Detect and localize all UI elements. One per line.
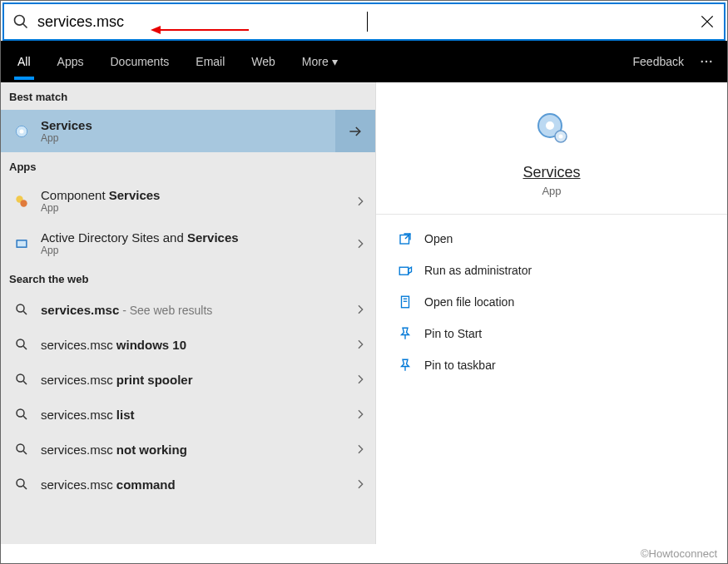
tab-web[interactable]: Web — [248, 43, 279, 80]
svg-point-24 — [17, 444, 24, 452]
action-label: Pin to taskbar — [424, 359, 496, 372]
search-input[interactable] — [29, 13, 369, 31]
action-open[interactable]: Open — [376, 223, 727, 255]
result-web[interactable]: services.msc not working — [1, 432, 375, 467]
folder-icon — [398, 294, 413, 309]
close-icon[interactable] — [699, 13, 716, 30]
action-pin-to-taskbar[interactable]: Pin to taskbar — [376, 349, 727, 381]
svg-point-10 — [20, 129, 24, 133]
svg-point-31 — [559, 135, 563, 139]
svg-point-6 — [701, 61, 703, 62]
tab-documents[interactable]: Documents — [106, 43, 172, 80]
result-best-match[interactable]: Services App — [1, 110, 335, 152]
action-open-file-location[interactable]: Open file location — [376, 286, 727, 318]
pin-start-icon — [398, 326, 413, 341]
svg-rect-15 — [17, 240, 26, 246]
svg-point-26 — [17, 479, 24, 487]
results-panel: Best match Services App Apps Component — [1, 82, 375, 544]
result-web[interactable]: services.msc list — [1, 397, 375, 432]
svg-line-17 — [23, 311, 27, 314]
section-best-match: Best match — [1, 82, 375, 110]
action-run-as-admin[interactable]: Run as administrator — [376, 255, 727, 286]
chevron-right-icon — [354, 338, 367, 351]
svg-point-18 — [17, 339, 24, 347]
result-subtitle: App — [41, 202, 354, 214]
open-arrow-button[interactable] — [335, 110, 375, 152]
result-app[interactable]: Active Directory Sites and Services App — [1, 222, 375, 265]
open-icon — [398, 231, 413, 246]
svg-line-27 — [23, 486, 27, 489]
result-web[interactable]: services.msc windows 10 — [1, 327, 375, 362]
result-title: Services — [41, 118, 327, 132]
result-title: Component Services — [41, 188, 354, 202]
search-icon — [12, 335, 31, 354]
preview-title[interactable]: Services — [376, 164, 727, 181]
result-web[interactable]: services.msc print spooler — [1, 362, 375, 397]
pin-taskbar-icon — [398, 358, 413, 373]
result-subtitle: App — [41, 132, 327, 144]
result-title: services.msc not working — [41, 443, 354, 457]
search-icon — [12, 370, 31, 388]
search-bar — [2, 2, 726, 41]
chevron-right-icon — [354, 303, 367, 316]
tab-more[interactable]: More▾ — [299, 43, 341, 80]
section-apps: Apps — [1, 152, 375, 180]
svg-line-23 — [23, 416, 27, 419]
action-pin-to-start[interactable]: Pin to Start — [376, 318, 727, 349]
result-title: services.msc print spooler — [41, 373, 354, 387]
search-icon — [12, 475, 31, 493]
search-icon — [12, 13, 29, 30]
preview-subtitle: App — [376, 185, 727, 197]
result-title: Active Directory Sites and Services — [41, 230, 354, 245]
feedback-link[interactable]: Feedback — [633, 55, 684, 68]
result-web[interactable]: services.msc command — [1, 467, 375, 502]
action-label: Open file location — [424, 295, 514, 309]
result-title: services.msc - See web results — [41, 303, 354, 317]
services-app-icon — [12, 122, 31, 141]
svg-point-29 — [546, 121, 554, 130]
chevron-down-icon: ▾ — [332, 55, 338, 68]
tab-all[interactable]: All — [14, 43, 34, 80]
svg-line-21 — [23, 381, 27, 384]
action-label: Run as administrator — [424, 264, 532, 277]
result-title: services.msc windows 10 — [41, 338, 354, 352]
svg-line-25 — [23, 451, 27, 454]
component-services-icon — [12, 192, 31, 210]
tab-email[interactable]: Email — [192, 43, 228, 80]
result-app[interactable]: Component Services App — [1, 180, 375, 222]
chevron-right-icon — [354, 237, 367, 250]
tab-apps[interactable]: Apps — [54, 43, 87, 80]
watermark: ©Howtoconnect — [641, 547, 717, 560]
section-search-web: Search the web — [1, 265, 375, 292]
preview-panel: Services App Open Run as administrator O… — [375, 82, 727, 544]
svg-point-7 — [706, 61, 707, 62]
services-large-icon — [532, 107, 572, 147]
filter-tabs: All Apps Documents Email Web More▾ Feedb… — [1, 41, 727, 82]
action-label: Open — [424, 232, 453, 245]
chevron-right-icon — [354, 477, 367, 491]
chevron-right-icon — [354, 195, 367, 208]
ad-sites-icon — [12, 235, 31, 253]
svg-point-20 — [17, 374, 24, 382]
more-options-icon[interactable] — [699, 54, 714, 69]
chevron-right-icon — [354, 373, 367, 386]
svg-point-0 — [15, 16, 25, 26]
search-icon — [12, 300, 31, 319]
svg-line-19 — [23, 346, 27, 349]
result-web[interactable]: services.msc - See web results — [1, 292, 375, 327]
result-subtitle: App — [41, 245, 354, 256]
result-title: services.msc list — [41, 408, 354, 422]
svg-line-1 — [23, 24, 27, 28]
chevron-right-icon — [354, 443, 367, 456]
svg-rect-34 — [399, 267, 409, 275]
shield-admin-icon — [398, 263, 413, 278]
search-icon — [12, 440, 31, 458]
svg-rect-35 — [402, 296, 409, 308]
svg-point-22 — [17, 409, 24, 417]
svg-point-8 — [710, 61, 711, 62]
search-icon — [12, 405, 31, 423]
svg-point-13 — [20, 200, 27, 206]
chevron-right-icon — [354, 408, 367, 421]
svg-point-16 — [17, 304, 24, 312]
text-cursor — [367, 12, 368, 32]
